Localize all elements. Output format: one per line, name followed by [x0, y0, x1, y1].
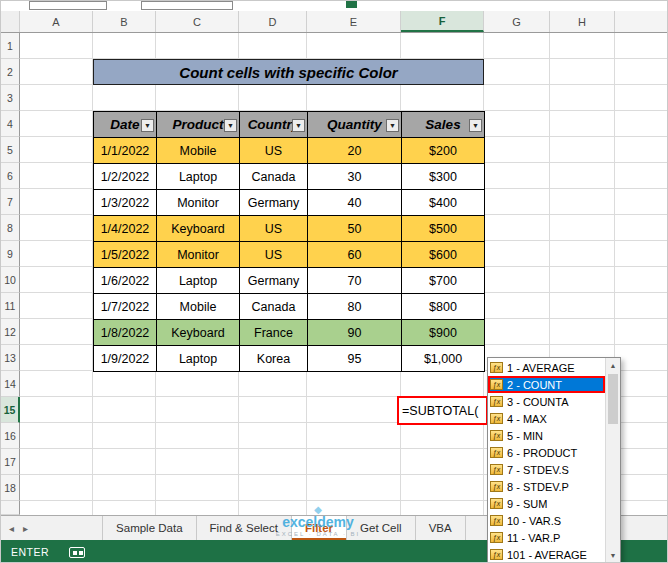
table-cell[interactable]: Mobile: [157, 138, 240, 164]
table-cell[interactable]: Germany: [240, 190, 308, 216]
table-cell[interactable]: Canada: [240, 294, 308, 320]
table-cell[interactable]: Laptop: [157, 268, 240, 294]
row-header-4[interactable]: 4: [1, 111, 20, 137]
column-header-H[interactable]: H: [550, 11, 615, 32]
table-cell[interactable]: 40: [308, 190, 402, 216]
table-cell[interactable]: Germany: [240, 268, 308, 294]
column-header-A[interactable]: A: [20, 11, 93, 32]
row-header-9[interactable]: 9: [1, 241, 20, 267]
table-cell[interactable]: 1/9/2022: [94, 346, 157, 372]
sheet-tab-vba[interactable]: VBA: [416, 516, 466, 540]
table-cell[interactable]: 1/2/2022: [94, 164, 157, 190]
row-header-10[interactable]: 10: [1, 267, 20, 293]
table-cell[interactable]: 30: [308, 164, 402, 190]
table-cell[interactable]: 20: [308, 138, 402, 164]
title-banner-cell[interactable]: Count cells with specific Color: [93, 59, 484, 85]
active-formula-cell[interactable]: =SUBTOTAL(: [397, 396, 488, 425]
table-cell[interactable]: France: [240, 320, 308, 346]
table-cell[interactable]: 1/6/2022: [94, 268, 157, 294]
row-header-8[interactable]: 8: [1, 215, 20, 241]
function-option[interactable]: ƒx1 - AVERAGE: [488, 359, 605, 376]
column-header-D[interactable]: D: [239, 11, 307, 32]
table-cell[interactable]: $300: [402, 164, 485, 190]
function-option[interactable]: ƒx101 - AVERAGE: [488, 546, 605, 563]
scrollbar-thumb[interactable]: [608, 374, 618, 424]
table-cell[interactable]: 1/7/2022: [94, 294, 157, 320]
table-cell[interactable]: $900: [402, 320, 485, 346]
function-option[interactable]: ƒx10 - VAR.S: [488, 512, 605, 529]
select-all-corner[interactable]: [1, 11, 20, 32]
tab-scroll-right-icon[interactable]: ▸: [23, 523, 28, 534]
table-cell[interactable]: $600: [402, 242, 485, 268]
function-option[interactable]: ƒx3 - COUNTA: [488, 393, 605, 410]
column-header-G[interactable]: G: [484, 11, 550, 32]
table-cell[interactable]: 95: [308, 346, 402, 372]
table-cell[interactable]: Mobile: [157, 294, 240, 320]
function-option[interactable]: ƒx8 - STDEV.P: [488, 478, 605, 495]
row-header-12[interactable]: 12: [1, 319, 20, 345]
row-header-5[interactable]: 5: [1, 137, 20, 163]
function-option[interactable]: ƒx6 - PRODUCT: [488, 444, 605, 461]
row-header-3[interactable]: 3: [1, 85, 20, 111]
filter-dropdown-icon[interactable]: ▼: [141, 119, 154, 132]
column-header-B[interactable]: B: [93, 11, 156, 32]
table-cell[interactable]: 1/8/2022: [94, 320, 157, 346]
sheet-tab-filter[interactable]: Filter: [292, 516, 347, 540]
row-header-17[interactable]: 17: [1, 449, 20, 475]
column-header-C[interactable]: C: [156, 11, 239, 32]
sheet-tab-find-select[interactable]: Find & Select: [197, 516, 292, 540]
table-cell[interactable]: 70: [308, 268, 402, 294]
row-header-18[interactable]: 18: [1, 475, 20, 501]
row-header-14[interactable]: 14: [1, 371, 20, 397]
function-option[interactable]: ƒx2 - COUNT: [488, 376, 605, 393]
scroll-down-icon[interactable]: ▼: [606, 548, 620, 563]
row-header-16[interactable]: 16: [1, 423, 20, 449]
table-cell[interactable]: $400: [402, 190, 485, 216]
table-cell[interactable]: Monitor: [157, 242, 240, 268]
table-cell[interactable]: $1,000: [402, 346, 485, 372]
table-cell[interactable]: 1/5/2022: [94, 242, 157, 268]
row-header-13[interactable]: 13: [1, 345, 20, 371]
table-cell[interactable]: 1/1/2022: [94, 138, 157, 164]
table-cell[interactable]: Canada: [240, 164, 308, 190]
function-option[interactable]: ƒx9 - SUM: [488, 495, 605, 512]
row-header-2[interactable]: 2: [1, 59, 20, 85]
table-cell[interactable]: $500: [402, 216, 485, 242]
function-option[interactable]: ƒx11 - VAR.P: [488, 529, 605, 546]
table-cell[interactable]: 60: [308, 242, 402, 268]
scroll-up-icon[interactable]: ▲: [606, 358, 620, 373]
table-cell[interactable]: $700: [402, 268, 485, 294]
sheet-tab-get-cell[interactable]: Get Cell: [347, 516, 416, 540]
table-cell[interactable]: 90: [308, 320, 402, 346]
filter-dropdown-icon[interactable]: ▼: [292, 119, 305, 132]
table-cell[interactable]: Laptop: [157, 346, 240, 372]
table-cell[interactable]: 1/4/2022: [94, 216, 157, 242]
table-cell[interactable]: US: [240, 216, 308, 242]
sheet-tab-sample-data[interactable]: Sample Data: [102, 516, 196, 540]
table-cell[interactable]: Keyboard: [157, 320, 240, 346]
tab-scroll-left-icon[interactable]: ◂: [9, 523, 14, 534]
table-cell[interactable]: Monitor: [157, 190, 240, 216]
table-cell[interactable]: $800: [402, 294, 485, 320]
dropdown-scrollbar[interactable]: ▲ ▼: [605, 358, 620, 563]
function-option[interactable]: ƒx4 - MAX: [488, 410, 605, 427]
column-header-F[interactable]: F: [401, 11, 484, 32]
table-cell[interactable]: $200: [402, 138, 485, 164]
table-cell[interactable]: 50: [308, 216, 402, 242]
table-cell[interactable]: 1/3/2022: [94, 190, 157, 216]
table-cell[interactable]: Keyboard: [157, 216, 240, 242]
function-option[interactable]: ƒx7 - STDEV.S: [488, 461, 605, 478]
table-cell[interactable]: Laptop: [157, 164, 240, 190]
row-header-15[interactable]: 15: [1, 397, 20, 423]
row-header-1[interactable]: 1: [1, 33, 20, 59]
table-cell[interactable]: US: [240, 242, 308, 268]
filter-dropdown-icon[interactable]: ▼: [469, 119, 482, 132]
table-cell[interactable]: 80: [308, 294, 402, 320]
table-cell[interactable]: Korea: [240, 346, 308, 372]
row-header-7[interactable]: 7: [1, 189, 20, 215]
function-option[interactable]: ƒx5 - MIN: [488, 427, 605, 444]
table-cell[interactable]: US: [240, 138, 308, 164]
filter-dropdown-icon[interactable]: ▼: [224, 119, 237, 132]
row-header-11[interactable]: 11: [1, 293, 20, 319]
column-header-E[interactable]: E: [307, 11, 401, 32]
